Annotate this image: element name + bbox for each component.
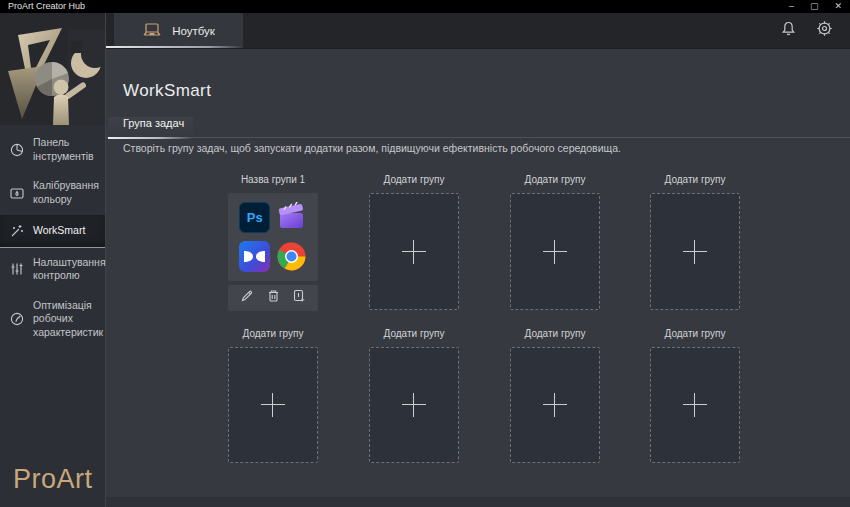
proart-artwork [0,13,105,125]
magic-wand-icon [8,223,25,239]
sidebar-item-control-settings[interactable]: Налаштування контролю [0,248,105,291]
group-card-actions [228,285,318,311]
launch-button[interactable] [292,289,306,307]
laptop-icon [142,22,162,40]
task-group-card[interactable]: Ps [228,193,318,281]
color-calibration-icon [8,185,25,201]
sidebar-item-label: Оптимізація робочих характеристик [33,299,103,340]
add-group-card[interactable] [228,347,318,463]
sidebar-menu: Панель інструментів Калібрування кольору… [0,128,105,348]
sidebar-item-label: Панель інструментів [33,136,101,163]
edit-button[interactable] [240,289,254,307]
tab-laptop-label: Ноутбук [172,25,215,37]
sidebar-item-label: Налаштування контролю [33,256,106,283]
sidebar: Панель інструментів Калібрування кольору… [0,13,105,507]
add-group-card[interactable] [650,193,740,310]
plus-icon [683,240,707,264]
photoshop-icon: Ps [239,202,270,233]
sidebar-item-worksmart[interactable]: WorkSmart [0,215,105,248]
plus-icon [543,240,567,264]
plus-icon [402,240,426,264]
add-group-label: Додати групу [650,328,740,339]
add-group-label: Додати групу [228,328,318,339]
content-area: Ноутбук WorkSmart Група задач Створіть г… [105,13,850,507]
add-group-card[interactable] [369,193,459,310]
tab-task-group[interactable]: Група задач [108,117,193,138]
sidebar-item-performance-optimization[interactable]: Оптимізація робочих характеристик [0,291,105,348]
sidebar-item-dashboard[interactable]: Панель інструментів [0,128,105,171]
page-title: WorkSmart [123,81,211,101]
sidebar-item-label: Калібрування кольору [33,179,101,206]
sidebar-item-label: WorkSmart [33,224,85,238]
add-group-label: Додати групу [510,328,600,339]
window-title: ProArt Creator Hub [8,0,85,13]
device-tab-bar: Ноутбук [106,13,850,48]
gear-icon[interactable] [815,19,834,42]
control-sliders-icon [8,261,25,277]
tab-laptop[interactable]: Ноутбук [114,13,243,48]
minimize-button[interactable]: – [789,0,794,13]
close-button[interactable]: ✕ [834,0,842,13]
group-card-name: Назва групи 1 [228,174,318,185]
add-group-card[interactable] [650,347,740,463]
add-group-label: Додати групу [369,174,459,185]
dashboard-icon [8,142,25,158]
photoshop-abbr: Ps [247,210,263,225]
proart-logo: ProArt [13,464,93,495]
worksmart-page: WorkSmart Група задач Створіть групу зад… [106,48,850,507]
add-group-card[interactable] [369,347,459,463]
dolby-access-icon [239,241,270,272]
add-group-label: Додати групу [650,174,740,185]
page-tabs: Група задач [106,117,850,138]
maximize-button[interactable]: ▢ [810,0,819,13]
add-group-label: Додати групу [369,328,459,339]
page-description: Створіть групу задач, щоб запускати дода… [123,142,621,154]
bell-icon[interactable] [780,20,797,41]
plus-icon [261,393,285,417]
add-group-card[interactable] [510,347,600,463]
window-titlebar: ProArt Creator Hub – ▢ ✕ [0,0,850,13]
plus-icon [543,393,567,417]
chrome-icon [276,241,307,272]
add-group-card[interactable] [510,193,600,310]
delete-button[interactable] [267,289,280,307]
sidebar-item-color-calibration[interactable]: Калібрування кольору [0,171,105,214]
footer-strip [106,497,850,507]
movies-tv-icon [276,202,307,233]
add-group-label: Додати групу [510,174,600,185]
performance-gauge-icon [8,311,25,327]
plus-icon [402,393,426,417]
plus-icon [683,393,707,417]
